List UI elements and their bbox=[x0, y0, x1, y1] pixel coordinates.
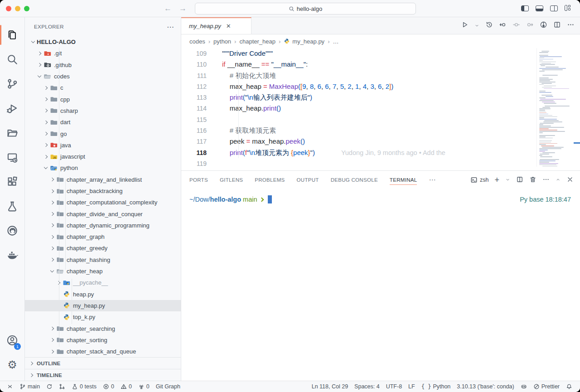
tree-item[interactable]: heap.py bbox=[25, 289, 181, 300]
status-item[interactable]: 3.10.13 ('base': conda) bbox=[454, 381, 517, 392]
status-item[interactable]: Spaces: 4 bbox=[351, 381, 383, 392]
breadcrumb-item[interactable]: python bbox=[213, 38, 231, 45]
remote-explorer-icon[interactable] bbox=[2, 145, 23, 169]
next-change-icon[interactable] bbox=[526, 21, 534, 30]
project-manager-icon[interactable] bbox=[2, 121, 23, 145]
run-debug-icon[interactable] bbox=[2, 96, 23, 121]
shell-selector[interactable]: zsh bbox=[470, 176, 488, 184]
tree-item[interactable]: python bbox=[25, 162, 181, 174]
close-panel-icon[interactable] bbox=[566, 176, 574, 184]
breadcrumb-item[interactable]: my_heap.py bbox=[284, 38, 324, 45]
breadcrumb-item[interactable]: chapter_heap bbox=[239, 38, 276, 45]
panel-tab-debug-console[interactable]: DEBUG CONSOLE bbox=[331, 175, 378, 184]
panel-tab-ports[interactable]: PORTS bbox=[189, 175, 208, 184]
split-terminal-icon[interactable] bbox=[516, 176, 523, 184]
tree-item[interactable]: chapter_graph bbox=[25, 231, 181, 242]
feedback-icon[interactable]: 0 bbox=[135, 381, 153, 392]
github-icon[interactable] bbox=[2, 218, 23, 243]
tree-item[interactable]: cpp bbox=[25, 93, 181, 105]
tree-item-selected-my_heap.py[interactable]: my_heap.py bbox=[25, 300, 181, 311]
tree-item[interactable]: go bbox=[25, 128, 181, 139]
maximize-panel-icon[interactable] bbox=[556, 177, 561, 184]
gitlens-icon[interactable] bbox=[540, 21, 547, 30]
history-icon[interactable] bbox=[485, 21, 493, 30]
tree-item[interactable]: csharp bbox=[25, 105, 181, 116]
compare-icon[interactable] bbox=[512, 21, 520, 30]
panel-more-actions-icon[interactable] bbox=[542, 176, 550, 184]
status-item[interactable]: Git Graph bbox=[153, 381, 184, 392]
tree-item[interactable]: dart bbox=[25, 116, 181, 128]
settings-gear-icon[interactable]: ⚙ bbox=[2, 353, 23, 377]
tree-item[interactable]: c bbox=[25, 82, 181, 93]
nav-back-icon[interactable]: ← bbox=[164, 4, 172, 14]
tree-item[interactable]: top_k.py bbox=[25, 311, 181, 323]
status-item[interactable]: Ln 118, Col 29 bbox=[309, 381, 351, 392]
tree-item[interactable]: chapter_array_and_linkedlist bbox=[25, 174, 181, 185]
git-graph-icon[interactable] bbox=[56, 381, 68, 392]
copilot-icon[interactable] bbox=[517, 381, 530, 392]
panel-more-tabs-icon[interactable]: ⋯ bbox=[429, 176, 436, 184]
tree-item[interactable]: chapter_heap bbox=[25, 266, 181, 277]
tree-item[interactable]: .git bbox=[25, 48, 181, 59]
branch-icon[interactable]: main bbox=[16, 381, 43, 392]
tree-item[interactable]: JSjavascript bbox=[25, 151, 181, 162]
split-editor-icon[interactable] bbox=[553, 21, 561, 30]
sidebar-section-outline[interactable]: OUTLINE bbox=[25, 357, 181, 369]
tree-item[interactable]: chapter_dynamic_programming bbox=[25, 220, 181, 231]
extensions-icon[interactable] bbox=[2, 169, 23, 194]
command-center-search[interactable]: hello-algo bbox=[195, 3, 416, 15]
run-icon[interactable] bbox=[461, 21, 469, 30]
minimap[interactable] bbox=[536, 48, 574, 167]
tree-item[interactable]: chapter_searching bbox=[25, 323, 181, 334]
close-window-button[interactable] bbox=[6, 6, 11, 11]
code-editor[interactable]: 109"""Driver Code"""110if __name__ == "_… bbox=[181, 48, 580, 170]
braces-icon[interactable]: { }Python bbox=[418, 381, 454, 392]
tree-item[interactable]: java bbox=[25, 140, 181, 151]
toggle-secondary-sidebar-icon[interactable] bbox=[550, 5, 558, 11]
prev-change-icon[interactable] bbox=[499, 21, 507, 30]
accounts-icon[interactable]: 1 bbox=[2, 328, 23, 353]
breadcrumb-item[interactable]: codes bbox=[189, 38, 205, 45]
tree-item[interactable]: chapter_computational_complexity bbox=[25, 197, 181, 208]
search-icon[interactable] bbox=[2, 47, 23, 72]
customize-layout-icon[interactable] bbox=[565, 5, 573, 11]
more-icon[interactable] bbox=[567, 21, 575, 30]
close-tab-icon[interactable]: ✕ bbox=[226, 23, 231, 29]
toggle-sidebar-icon[interactable] bbox=[521, 5, 529, 11]
toggle-panel-icon[interactable] bbox=[536, 5, 543, 11]
nav-forward-icon[interactable]: → bbox=[179, 4, 187, 14]
tree-item[interactable]: codes bbox=[25, 71, 181, 82]
tree-item[interactable]: chapter_backtracking bbox=[25, 185, 181, 197]
minimize-window-button[interactable] bbox=[15, 6, 20, 11]
tree-item[interactable]: __pycache__ bbox=[25, 277, 181, 288]
error-icon[interactable]: 0 bbox=[100, 381, 117, 392]
testing-icon[interactable] bbox=[2, 194, 23, 218]
tree-item[interactable]: chapter_stack_and_queue bbox=[25, 346, 181, 357]
prettier-icon[interactable]: Prettier bbox=[530, 381, 563, 392]
status-item[interactable]: LF bbox=[405, 381, 418, 392]
maximize-window-button[interactable] bbox=[24, 6, 29, 11]
docker-icon[interactable] bbox=[2, 243, 23, 267]
panel-tab-gitlens[interactable]: GITLENS bbox=[220, 175, 243, 184]
sidebar-section-timeline[interactable]: TIMELINE bbox=[25, 369, 181, 381]
tree-item[interactable]: chapter_hashing bbox=[25, 254, 181, 266]
terminal[interactable]: ~/Dow/hello-algo main Py base 18:18:47 bbox=[181, 189, 580, 381]
chevron-down-icon[interactable] bbox=[474, 22, 479, 30]
new-terminal-button[interactable]: + bbox=[494, 176, 499, 184]
status-item[interactable]: UTF-8 bbox=[383, 381, 405, 392]
panel-tab-terminal[interactable]: TERMINAL bbox=[390, 175, 417, 185]
terminal-profile-dropdown-icon[interactable] bbox=[505, 177, 510, 184]
beaker-icon[interactable]: 0 tests bbox=[68, 381, 100, 392]
tree-item[interactable]: .github bbox=[25, 59, 181, 71]
remote-icon[interactable] bbox=[4, 381, 16, 392]
bell-icon[interactable] bbox=[563, 381, 575, 392]
tree-item[interactable]: chapter_sorting bbox=[25, 334, 181, 346]
panel-tab-problems[interactable]: PROBLEMS bbox=[255, 175, 285, 184]
source-control-icon[interactable] bbox=[2, 72, 23, 96]
tree-item[interactable]: HELLO-ALGO bbox=[25, 36, 181, 48]
tree-item[interactable]: chapter_divide_and_conquer bbox=[25, 208, 181, 219]
warning-icon[interactable]: 0 bbox=[117, 381, 135, 392]
tab-my-heap[interactable]: my_heap.py ✕ bbox=[181, 17, 251, 34]
breadcrumb-item[interactable]: … bbox=[333, 38, 338, 45]
panel-tab-output[interactable]: OUTPUT bbox=[297, 175, 319, 184]
